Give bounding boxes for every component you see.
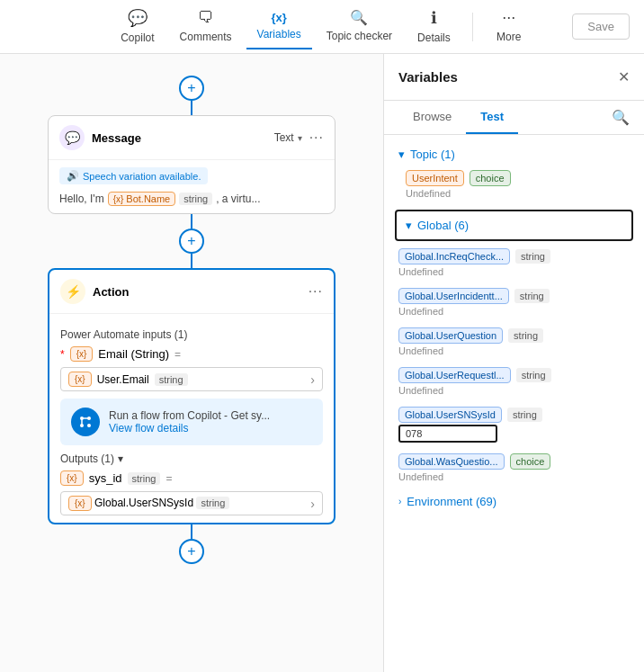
- view-flow-details-link[interactable]: View flow details: [109, 422, 270, 435]
- tab-browse[interactable]: Browse: [398, 101, 466, 134]
- arrow-right-icon: ›: [310, 372, 315, 387]
- output-equals: =: [165, 472, 172, 485]
- topic-checker-icon: 🔍: [350, 9, 368, 26]
- action-icon: ⚡: [60, 279, 85, 304]
- output-var-icon: {x}: [67, 473, 77, 483]
- more-icon: ···: [502, 8, 515, 27]
- increqcheck-tag: Global.IncReqCheck...: [398, 248, 510, 264]
- email-var-chip-2: {x}: [68, 372, 92, 387]
- usersnsysid-type: string: [507, 408, 542, 422]
- output-field-row[interactable]: {x} Global.UserSNSysId string ›: [60, 491, 323, 515]
- comments-icon: 🗨: [198, 8, 214, 27]
- copilot-icon: 💬: [128, 8, 148, 28]
- nav-item-more[interactable]: ··· More: [484, 1, 534, 52]
- main-area: + 💬 Message Text ▾ ···: [0, 54, 644, 672]
- equals-sign: =: [174, 348, 181, 361]
- global-section-header[interactable]: ▾ Global (6): [395, 210, 633, 241]
- svg-point-3: [87, 424, 91, 427]
- nav-label-more: More: [496, 31, 521, 43]
- userrequestl-value: Undefined: [398, 385, 630, 396]
- flow-text-block: Run a flow from Copilot - Get sy... View…: [109, 409, 270, 435]
- topic-section-header[interactable]: ▾ Topic (1): [384, 142, 644, 166]
- action-card-body: Power Automate inputs (1) * {x} Email (S…: [49, 314, 334, 523]
- message-more-button[interactable]: ···: [309, 130, 324, 146]
- outputs-header[interactable]: Outputs (1) ▾: [60, 452, 323, 465]
- details-icon: ℹ: [431, 8, 437, 28]
- dropdown-arrow-icon: ▾: [298, 133, 302, 143]
- plus-icon-3: +: [187, 543, 195, 560]
- global-chevron-icon: ▾: [406, 219, 412, 232]
- userrequestl-tag: Global.UserRequestl...: [398, 367, 511, 383]
- wasquestio-value: Undefined: [398, 471, 630, 482]
- sysid-value-row: 078: [398, 425, 630, 443]
- global-section-label: Global (6): [417, 219, 469, 232]
- nav-label-variables: Variables: [257, 28, 301, 40]
- flow-box: Run a flow from Copilot - Get sy... View…: [60, 399, 323, 445]
- var-item-userintent-row: UserIntent choice: [406, 170, 630, 186]
- output-type-badge: string: [128, 472, 161, 485]
- flow-title: Run a flow from Copilot - Get sy...: [109, 409, 270, 422]
- add-top-button[interactable]: +: [179, 76, 204, 101]
- output-row: {x} sys_id string =: [60, 470, 323, 486]
- nav-item-topic-checker[interactable]: 🔍 Topic checker: [316, 2, 403, 51]
- userquestion-type: string: [508, 328, 543, 343]
- chevron-down-icon: ▾: [118, 452, 123, 465]
- sysid-value-input[interactable]: 078: [398, 425, 497, 443]
- wasquestio-type: choice: [510, 453, 551, 470]
- message-card-header: 💬 Message Text ▾ ···: [49, 116, 335, 160]
- string-type-badge: string: [179, 193, 212, 205]
- connector-4: [191, 524, 192, 539]
- message-text: Hello, I'm {x} Bot.Name string , a virtu…: [59, 192, 324, 206]
- variables-panel: Variables ✕ Browse Test 🔍 ▾ Topic (1) Us…: [383, 54, 644, 672]
- email-field-row[interactable]: {x} User.Email string ›: [60, 367, 323, 391]
- message-card-body: 🔊 Speech variation available. Hello, I'm…: [49, 160, 335, 213]
- search-button[interactable]: 🔍: [612, 109, 630, 126]
- global-var-usersnsysid-row: Global.UserSNSysId string: [398, 407, 630, 423]
- nav-item-comments[interactable]: 🗨 Comments: [169, 1, 243, 52]
- plus-icon: +: [187, 80, 195, 96]
- userrequestl-type: string: [516, 368, 551, 382]
- connector-2: [191, 214, 192, 228]
- message-card: 💬 Message Text ▾ ··· 🔊 Speech variation …: [48, 115, 335, 214]
- required-star: *: [60, 348, 65, 361]
- output-global-icon: {x}: [75, 498, 85, 508]
- inputs-label: Power Automate inputs (1): [60, 328, 323, 341]
- nav-label-details: Details: [417, 31, 451, 44]
- nav-label-comments: Comments: [180, 31, 232, 43]
- email-input-row: * {x} Email (String) =: [60, 346, 323, 362]
- tab-test[interactable]: Test: [466, 101, 518, 134]
- global-var-usersnsysid: Global.UserSNSysId string 078: [384, 403, 644, 450]
- add-middle-button[interactable]: +: [179, 228, 204, 254]
- message-card-controls: Text ▾ ···: [274, 130, 324, 146]
- message-icon: 💬: [59, 125, 85, 150]
- add-bottom-button[interactable]: +: [179, 539, 204, 564]
- speech-variation-badge: 🔊 Speech variation available.: [59, 167, 208, 184]
- global-var-increqcheck: Global.IncReqCheck... string Undefined: [384, 245, 644, 284]
- nav-item-variables[interactable]: {x} Variables: [246, 4, 312, 49]
- userquestion-tag: Global.UserQuestion: [398, 327, 503, 344]
- nav-item-details[interactable]: ℹ Details: [407, 1, 461, 53]
- global-var-wasquestio: Global.WasQuestio... choice Undefined: [384, 450, 644, 489]
- global-var-increqcheck-row: Global.IncReqCheck... string: [398, 248, 630, 264]
- action-more-button[interactable]: ···: [309, 283, 323, 300]
- nav-label-copilot: Copilot: [121, 31, 154, 44]
- email-type-badge: string: [155, 373, 188, 386]
- save-button[interactable]: Save: [572, 13, 630, 40]
- speech-icon: 🔊: [67, 170, 79, 182]
- environment-section-header[interactable]: › Environment (69): [384, 489, 644, 514]
- text-label: Text: [274, 131, 294, 144]
- nav-item-copilot[interactable]: 💬 Copilot: [110, 1, 165, 53]
- outputs-label: Outputs (1): [60, 452, 114, 465]
- output-var-name: sys_id: [89, 471, 122, 485]
- bot-name-label: Bot.Name: [126, 193, 170, 204]
- nav-divider: [472, 13, 473, 41]
- output-var-chip: {x}: [60, 470, 84, 486]
- message-card-title: Message: [92, 131, 267, 145]
- action-card: ⚡ Action ··· Power Automate inputs (1) *…: [48, 268, 335, 524]
- close-panel-button[interactable]: ✕: [618, 68, 630, 85]
- message-suffix: , a virtu...: [216, 193, 260, 205]
- userintent-value: Undefined: [406, 188, 630, 199]
- output-global-value: Global.UserSNSysId: [94, 497, 193, 509]
- output-global-chip: {x}: [68, 496, 92, 511]
- flow-icon: [71, 408, 100, 436]
